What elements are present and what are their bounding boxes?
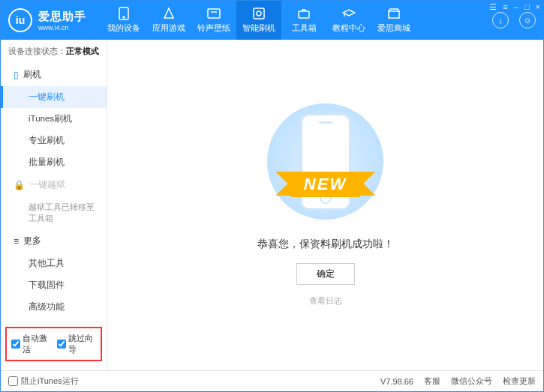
wallpaper-icon [207,7,221,20]
tab-devices[interactable]: 我的设备 [101,1,146,40]
checkbox-skip-guide[interactable]: 跳过向导 [57,333,97,355]
top-tab-bar: 我的设备 应用游戏 铃声壁纸 智能刷机 工具箱 教程中心 [101,1,416,40]
sidebar-device-block[interactable]: ▯iPhone 12 mini 64GB Down-12mini-13,1 [1,364,107,370]
sidebar-item-label: 专业刷机 [29,135,65,146]
sidebar-item-label: iTunes刷机 [29,113,72,124]
view-log-link[interactable]: 查看日志 [309,295,342,307]
graduation-icon [342,7,356,20]
section-title: 刷机 [23,68,41,81]
checkbox-input[interactable] [11,340,20,349]
section-title: 更多 [23,235,41,247]
sidebar-item-label: 高级功能 [29,301,65,313]
sidebar-item-itunes-flash[interactable]: iTunes刷机 [1,108,107,130]
sidebar-item-pro-flash[interactable]: 专业刷机 [1,130,107,151]
sidebar-item-label: 下载固件 [29,280,65,291]
sidebar-section-flash[interactable]: ▯ 刷机 [1,63,107,86]
brand-url: www.i4.cn [38,24,86,31]
toolbox-icon [297,7,311,20]
logo-icon: iu [8,8,32,32]
tab-label: 铃声壁纸 [197,22,230,34]
status-label: 设备连接状态： [8,46,66,55]
lock-icon: 🔒 [14,180,25,190]
check-update-link[interactable]: 检查更新 [503,376,536,387]
ok-button[interactable]: 确定 [296,263,355,285]
download-button[interactable]: ↓ [492,12,509,28]
tab-label: 教程中心 [332,22,365,34]
jailbreak-note: 越狱工具已转移至 工具箱 [1,196,107,229]
version-label: V7.98.66 [380,377,413,386]
status-value: 正常模式 [66,46,99,55]
sidebar: 设备连接状态：正常模式 ▯ 刷机 一键刷机 iTunes刷机 专业刷机 批量刷机… [1,40,107,370]
tab-label: 应用游戏 [152,22,185,34]
sidebar-item-advanced[interactable]: 高级功能 [1,296,107,318]
window-settings-icon[interactable]: ≡ [503,2,507,12]
tab-label: 我的设备 [107,22,140,34]
brand-block: 爱思助手 www.i4.cn [38,10,86,31]
window-menu-icon[interactable]: ☰ [489,2,497,12]
tab-store[interactable]: 爱思商城 [371,1,416,40]
window-close-button[interactable]: × [536,2,540,12]
customer-service-link[interactable]: 客服 [424,376,440,387]
checkbox-label: 自动激活 [23,333,51,355]
window-minimize-button[interactable]: – [514,2,518,12]
list-icon: ≡ [14,236,19,247]
tab-apps[interactable]: 应用游戏 [146,1,191,40]
sidebar-item-label: 一键刷机 [29,91,65,103]
sidebar-options-highlighted: 自动激活 跳过向导 [5,327,102,361]
checkbox-label: 阻止iTunes运行 [21,376,79,387]
checkbox-auto-activate[interactable]: 自动激活 [11,333,51,355]
tab-flash[interactable]: 智能刷机 [236,1,281,40]
sidebar-section-jailbreak: 🔒 一键越狱 [1,173,107,196]
store-icon [387,7,401,20]
svg-rect-5 [389,11,399,18]
app-window: ☰ ≡ – □ × iu 爱思助手 www.i4.cn 我的设备 应用游戏 铃声… [0,0,544,392]
tab-toolbox[interactable]: 工具箱 [281,1,326,40]
titlebar: iu 爱思助手 www.i4.cn 我的设备 应用游戏 铃声壁纸 智能刷机 [1,1,543,40]
content-pane: NEW 恭喜您，保资料刷机成功啦！ 确定 查看日志 [107,40,543,370]
tab-label: 智能刷机 [242,22,275,34]
titlebar-right: ↓ ☺ [492,12,536,28]
svg-rect-3 [254,8,264,19]
device-status-line: 设备连接状态：正常模式 [1,40,107,63]
phone-icon [117,7,131,20]
sidebar-item-batch-flash[interactable]: 批量刷机 [1,151,107,173]
section-title: 一键越狱 [29,178,65,191]
checkbox-input[interactable] [8,376,18,386]
tab-tutorial[interactable]: 教程中心 [326,1,371,40]
sidebar-item-label: 其他工具 [29,258,65,269]
refresh-icon [252,7,266,20]
sidebar-item-download-firmware[interactable]: 下载固件 [1,274,107,296]
tab-label: 工具箱 [292,22,317,34]
sidebar-item-other-tools[interactable]: 其他工具 [1,253,107,274]
phone-outline-icon: ▯ [14,70,19,80]
statusbar: 阻止iTunes运行 V7.98.66 客服 微信公众号 检查更新 [1,370,543,391]
main-area: 设备连接状态：正常模式 ▯ 刷机 一键刷机 iTunes刷机 专业刷机 批量刷机… [1,40,543,370]
checkbox-block-itunes[interactable]: 阻止iTunes运行 [8,376,79,387]
svg-rect-2 [208,9,220,18]
sidebar-section-more[interactable]: ≡ 更多 [1,229,107,253]
success-illustration: NEW [251,103,401,220]
apps-icon [162,7,176,20]
brand-name: 爱思助手 [38,10,86,24]
svg-point-1 [123,16,125,18]
svg-rect-4 [299,11,309,18]
wechat-link[interactable]: 微信公众号 [451,376,492,387]
tab-ringwall[interactable]: 铃声壁纸 [191,1,236,40]
checkbox-label: 跳过向导 [68,333,97,355]
window-maximize-button[interactable]: □ [524,2,530,12]
success-message: 恭喜您，保资料刷机成功啦！ [257,238,394,251]
sidebar-item-oneclick-flash[interactable]: 一键刷机 [1,86,107,108]
window-control-bar: ☰ ≡ – □ × [489,2,540,12]
checkbox-input[interactable] [57,340,66,349]
tab-label: 爱思商城 [377,22,410,34]
sidebar-item-label: 批量刷机 [29,157,65,168]
user-button[interactable]: ☺ [519,12,536,28]
new-ribbon: NEW [290,172,360,197]
